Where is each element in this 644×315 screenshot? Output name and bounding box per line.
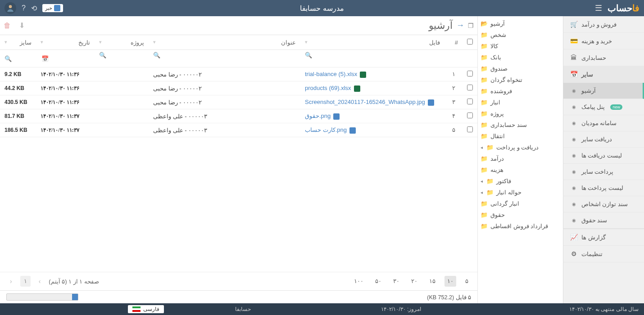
tree-item[interactable]: انتقال📁 [478, 130, 563, 142]
new-badge: new [610, 104, 622, 110]
tree-item[interactable]: درآمد📁 [478, 153, 563, 164]
sidebar-item[interactable]: حسابداری🏛 [563, 50, 644, 66]
tree-item[interactable]: قرارداد فروش اقساطی📁 [478, 220, 563, 232]
tree-item[interactable]: تنخواه گردان📁 [478, 74, 563, 86]
window-icon[interactable]: ❐ [468, 22, 474, 29]
sidebar-subitem[interactable]: سند حقوق◉ [563, 212, 644, 229]
sidebar-item[interactable]: فروش و درآمد🛒 [563, 16, 644, 33]
tree-item[interactable]: سند حسابداری📁 [478, 119, 563, 130]
sidebar-section-other[interactable]: سایر 📅 [563, 66, 644, 83]
calendar-icon[interactable]: 📅 [41, 54, 50, 63]
sidebar-item[interactable]: تنظیمات⚙ [563, 246, 644, 262]
filter-icon[interactable]: ▾ [305, 39, 308, 45]
tree-item[interactable]: دریافت و پرداخت📁◂ [478, 142, 563, 153]
col-title[interactable]: ▾عنوان [149, 35, 300, 50]
col-file[interactable]: ▾فایل [300, 35, 444, 50]
bullet-icon: ◉ [570, 121, 578, 126]
tree-item[interactable]: پروژه📁 [478, 108, 563, 119]
tree-item[interactable]: فاکتور📁◂ [478, 176, 563, 187]
download-icon[interactable]: ⬇ [19, 21, 25, 30]
filter-file-input[interactable] [305, 58, 440, 65]
delete-icon[interactable]: 🗑 [4, 22, 11, 30]
table-row[interactable]: ۱trial-balance (5).xlsx۰۰۰۰۰۲ - رضا محبی… [0, 68, 477, 81]
page-size-option[interactable]: ۱۰ [444, 276, 456, 287]
sidebar-item[interactable]: خرید و هزینه💳 [563, 33, 644, 50]
tree-root[interactable]: آرشیو 📂 [478, 18, 563, 29]
sidebar-icon: 💳 [570, 37, 578, 45]
tree-item[interactable]: انبار گردانی📁 [478, 198, 563, 209]
help-icon[interactable]: ? [22, 4, 26, 12]
row-checkbox[interactable] [467, 71, 473, 76]
pager-next-icon[interactable]: ‹ [6, 276, 16, 287]
menu-toggle-icon[interactable]: ☰ [595, 3, 602, 13]
search-icon[interactable]: 🔍 [153, 52, 160, 58]
sidebar-subitem[interactable]: لیست دریافت ها◉ [563, 148, 644, 164]
file-link[interactable]: کارت حساب.png [305, 126, 347, 133]
sidebar-subitem[interactable]: پرداخت سایر◉ [563, 164, 644, 180]
search-icon[interactable]: 🔍 [99, 52, 106, 58]
col-num[interactable]: # [444, 35, 463, 50]
table-row[interactable]: ۲products (69).xlsx۰۰۰۰۰۲ - رضا محبی۱۴۰۲… [0, 81, 477, 95]
file-link[interactable]: Screenshot_20240117-165246_WhatsApp.jpg [305, 99, 425, 105]
pager-prev-icon[interactable]: › [35, 276, 45, 287]
row-checkbox[interactable] [467, 112, 473, 118]
sidebar-item[interactable]: گزارش ها📈 [563, 229, 644, 246]
filter-icon[interactable]: ▾ [99, 39, 102, 45]
sidebar-subitem[interactable]: سند توازن اشخاص◉ [563, 196, 644, 212]
col-project[interactable]: ▾پروژه [95, 35, 149, 50]
row-project [95, 68, 149, 81]
tree-item[interactable]: حقوق📁 [478, 209, 563, 220]
file-link[interactable]: products (69).xlsx [305, 85, 351, 91]
filter-icon[interactable]: ▾ [153, 39, 156, 45]
filter-title-input[interactable] [153, 58, 296, 65]
table-row[interactable]: ۳Screenshot_20240117-165246_WhatsApp.jpg… [0, 95, 477, 109]
page-size-option[interactable]: ۳۰ [390, 276, 402, 287]
filter-icon[interactable]: ▾ [41, 39, 43, 45]
svg-rect-3 [132, 310, 141, 312]
tree-root-label: آرشیو [490, 20, 505, 27]
col-date[interactable]: ▾تاریخ [36, 35, 95, 50]
tree-item[interactable]: شخص📁 [478, 29, 563, 40]
page-size-option[interactable]: ۲۰ [408, 276, 420, 287]
search-icon[interactable]: 🔍 [305, 52, 312, 58]
pager-current[interactable]: ۱ [20, 276, 31, 287]
tree-item[interactable]: انبار📁 [478, 97, 563, 108]
tree-item[interactable]: صندوق📁 [478, 63, 563, 74]
filetype-icon [360, 72, 366, 78]
sidebar-subitem[interactable]: لیست پرداخت ها◉ [563, 180, 644, 196]
select-all-checkbox[interactable] [467, 39, 473, 45]
page-size-option[interactable]: ۱۰۰ [351, 276, 366, 287]
table-row[interactable]: ۴حقوق.png۰۰۰۰۰۳ - علی واعظی۱۴۰۲/۱۰/۳۰ ۱۱… [0, 109, 477, 123]
sidebar-subitem[interactable]: newپنل پیامک◉ [563, 99, 644, 115]
table-row[interactable]: ۵کارت حساب.png۰۰۰۰۰۳ - علی واعظی۱۴۰۲/۱۰/… [0, 123, 477, 137]
col-size[interactable]: ▾سایز [0, 35, 36, 50]
refresh-icon[interactable]: ⟲ [31, 4, 37, 13]
filetype-icon [349, 127, 356, 134]
page-size-option[interactable]: ۱۵ [426, 276, 438, 287]
tree-item[interactable]: کالا📁 [478, 40, 563, 52]
back-arrow-icon[interactable]: → [456, 21, 464, 30]
file-link[interactable]: حقوق.png [305, 112, 331, 119]
news-badge[interactable]: خبر [42, 4, 63, 12]
row-checkbox[interactable] [467, 126, 473, 132]
filter-project-input[interactable] [99, 58, 144, 65]
sidebar-subitem[interactable]: سامانه مودیان◉ [563, 115, 644, 131]
filter-icon[interactable]: ▾ [5, 39, 7, 45]
row-checkbox[interactable] [467, 99, 473, 104]
page-size-option[interactable]: ۵۰ [372, 276, 384, 287]
sidebar-subitem[interactable]: دریافت سایر◉ [563, 131, 644, 148]
page-size-option[interactable]: ۵ [463, 276, 471, 287]
summary-bar: ۵ فایل (752.2 KB) [0, 290, 477, 303]
tree-item[interactable]: بانک📁 [478, 52, 563, 63]
row-checkbox[interactable] [467, 85, 473, 90]
language-selector[interactable]: فارسی [128, 305, 164, 313]
tree-item[interactable]: حواله انبار📁◂ [478, 187, 563, 198]
row-project [95, 109, 149, 123]
avatar[interactable] [5, 2, 16, 14]
sidebar-subitem[interactable]: آرشیو◉ [563, 83, 644, 99]
tree-item[interactable]: هزینه📁 [478, 164, 563, 176]
file-link[interactable]: trial-balance (5).xlsx [305, 71, 357, 77]
tree-item[interactable]: فروشنده📁 [478, 86, 563, 97]
search-icon[interactable]: 🔍 [5, 55, 12, 62]
logo[interactable]: فاحساب [608, 3, 639, 14]
